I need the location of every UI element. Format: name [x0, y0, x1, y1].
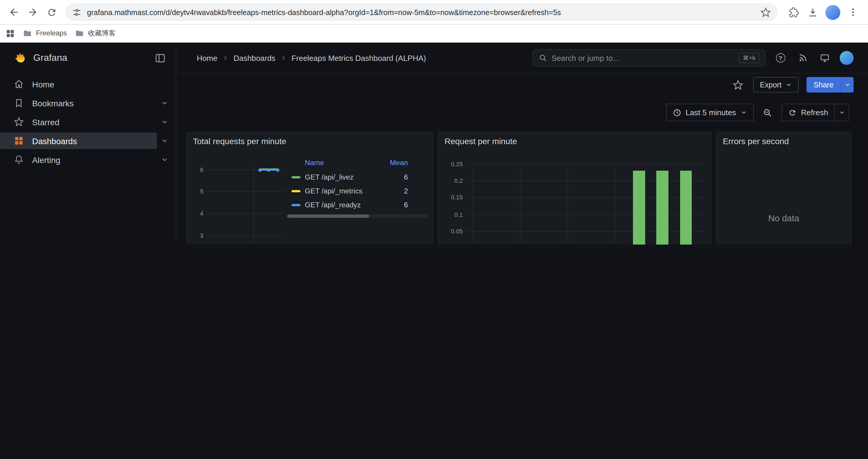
scrollbar-thumb[interactable] — [287, 215, 369, 218]
screen: grafana.mathmast.com/d/deytv4rwavabkb/fr… — [0, 0, 868, 244]
bookmark-icon — [14, 98, 24, 108]
forward-icon[interactable] — [23, 3, 42, 22]
refresh-label: Refresh — [801, 108, 828, 117]
apps-grid-icon[interactable] — [6, 29, 15, 38]
search-field[interactable] — [552, 54, 735, 62]
panel-title[interactable]: Request per minute — [445, 136, 517, 146]
help-icon[interactable] — [773, 51, 788, 65]
refresh-interval-dropdown-icon[interactable] — [834, 104, 849, 121]
sidebar-item-label: Alerting — [32, 155, 60, 164]
sidebar-item-home[interactable]: Home — [0, 75, 176, 94]
url-text[interactable]: grafana.mathmast.com/d/deytv4rwavabkb/fr… — [87, 8, 761, 16]
export-button[interactable]: Export — [753, 77, 799, 93]
y-tick: 0.1 — [442, 211, 463, 218]
search-shortcut: ⌘+k — [739, 53, 759, 63]
back-icon[interactable] — [4, 3, 23, 22]
search-input[interactable]: ⌘+k — [533, 49, 766, 66]
sidebar-item-label: Home — [32, 79, 54, 89]
grafana-logo[interactable] — [12, 51, 27, 66]
time-controls-row: Last 5 minutes Refresh — [177, 102, 868, 123]
browser-toolbar: grafana.mathmast.com/d/deytv4rwavabkb/fr… — [0, 0, 868, 25]
time-range-picker[interactable]: Last 5 minutes — [666, 104, 754, 121]
monitor-icon[interactable] — [817, 51, 832, 65]
gridline — [520, 164, 521, 244]
chevron-down-icon[interactable] — [161, 118, 168, 126]
clock-icon — [673, 108, 681, 117]
chevron-down-icon[interactable] — [161, 137, 168, 144]
legend-header-name[interactable]: Name — [305, 159, 324, 167]
address-bar[interactable]: grafana.mathmast.com/d/deytv4rwavabkb/fr… — [65, 3, 778, 21]
brand-name: Grafana — [33, 53, 148, 64]
rss-icon[interactable] — [795, 51, 810, 65]
y-tick: 5 — [190, 188, 204, 195]
refresh-button[interactable]: Refresh — [782, 104, 834, 121]
breadcrumb-current: Freeleaps Metrics Dashboard (ALPHA) — [291, 54, 426, 62]
star-icon — [14, 117, 24, 127]
star-dashboard-icon[interactable] — [731, 78, 745, 92]
breadcrumb-dashboards[interactable]: Dashboards — [234, 54, 276, 62]
sidebar-item-bookmarks[interactable]: Bookmarks — [0, 94, 176, 112]
gridline — [472, 164, 473, 244]
chevron-right-icon — [222, 54, 229, 61]
legend-series-name[interactable]: GET /api/_readyz — [305, 201, 361, 209]
sidebar-item-label: Dashboards — [32, 136, 77, 145]
legend-series-name[interactable]: GET /api/_metrics — [305, 187, 363, 196]
share-button[interactable]: Share — [807, 77, 841, 93]
browser-menu-icon[interactable] — [843, 3, 862, 22]
refresh-split-button: Refresh — [781, 104, 849, 121]
chevron-down-icon[interactable] — [161, 99, 168, 107]
bookmark-folder-freeleaps[interactable]: Freeleaps — [23, 29, 67, 38]
brand-row: Grafana — [0, 42, 176, 73]
gridline — [615, 164, 616, 244]
sidebar-toggle-icon[interactable] — [155, 53, 166, 64]
bookmark-label: 收藏博客 — [88, 29, 116, 38]
panel-title[interactable]: Errors per second — [723, 136, 789, 146]
breadcrumb-home[interactable]: Home — [197, 54, 217, 62]
user-avatar[interactable] — [840, 51, 854, 65]
y-tick: 0.25 — [442, 161, 463, 167]
downloads-icon[interactable] — [803, 3, 822, 22]
series-swatch — [291, 190, 301, 193]
panel-title[interactable]: Total requests per minute — [193, 136, 286, 146]
y-tick: 6 — [190, 166, 204, 173]
chevron-down-icon[interactable] — [161, 156, 168, 163]
folder-icon — [75, 29, 84, 38]
dashboard-actions-row: Export Share — [177, 74, 868, 96]
y-tick: 0 — [442, 244, 463, 244]
legend-header-mean[interactable]: Mean — [390, 159, 408, 167]
y-tick: 0.15 — [442, 194, 463, 201]
y-tick: 0.05 — [442, 228, 463, 234]
gridline — [567, 164, 568, 244]
legend-series-value: 6 — [404, 201, 408, 209]
bar-2xx — [633, 171, 645, 244]
dashboards-grid-icon — [14, 136, 24, 146]
extensions-icon[interactable] — [784, 3, 803, 22]
y-tick: 4 — [190, 210, 204, 217]
bookmark-label: Freeleaps — [36, 29, 67, 37]
y-tick: 3 — [190, 232, 204, 239]
share-split-button: Share — [807, 77, 854, 93]
folder-icon — [23, 29, 32, 38]
bookmarks-bar: Freeleaps 收藏博客 — [0, 25, 868, 43]
refresh-icon — [788, 108, 797, 117]
search-icon — [539, 54, 547, 62]
home-icon — [14, 79, 24, 89]
bookmark-folder-blogs[interactable]: 收藏博客 — [75, 29, 116, 38]
share-dropdown-icon[interactable] — [841, 77, 854, 93]
site-info-icon[interactable] — [72, 7, 82, 17]
panel-requests-per-minute: Request per minute 0.25 0.2 0.15 0.1 0.0… — [438, 132, 711, 244]
sidebar-item-alerting[interactable]: Alerting — [0, 150, 176, 169]
time-range-label: Last 5 minutes — [686, 108, 736, 117]
sidebar-item-dashboards[interactable]: Dashboards — [0, 131, 176, 150]
browser-profile-avatar[interactable] — [826, 5, 840, 20]
legend-scrollbar[interactable] — [287, 215, 428, 218]
legend-series-name[interactable]: GET /api/_livez — [305, 173, 354, 182]
reload-icon[interactable] — [42, 3, 61, 22]
bookmark-star-icon[interactable] — [761, 7, 771, 18]
zoom-out-icon[interactable] — [759, 104, 776, 121]
breadcrumb: Home Dashboards Freeleaps Metrics Dashbo… — [197, 54, 525, 62]
bell-icon — [14, 155, 24, 165]
main-area: Home Dashboards Freeleaps Metrics Dashbo… — [177, 42, 868, 244]
legend-series-value: 2 — [404, 187, 408, 196]
sidebar-item-starred[interactable]: Starred — [0, 112, 176, 131]
